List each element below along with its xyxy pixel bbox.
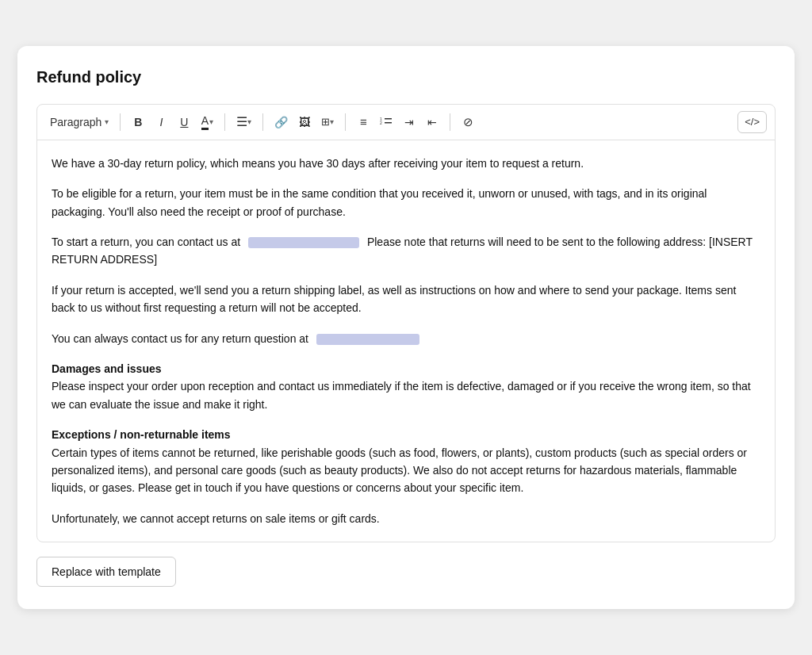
paragraph-return-policy: We have a 30-day return policy, which me…: [52, 155, 760, 172]
table-button[interactable]: ⊞ ▾: [316, 111, 339, 133]
clear-format-icon: ⊘: [463, 115, 473, 129]
clear-group: ⊘: [457, 111, 479, 133]
divider-4: [345, 113, 346, 131]
outdent-button[interactable]: ⇤: [421, 111, 443, 133]
bold-button[interactable]: B: [127, 111, 149, 133]
text-color-button[interactable]: A ▾: [196, 111, 218, 133]
ordered-list-button[interactable]: 1 2: [375, 111, 397, 133]
paragraph-contact: You can always contact us for any return…: [52, 330, 760, 347]
source-code-icon: </>: [745, 116, 760, 128]
underline-button[interactable]: U: [173, 111, 195, 133]
bullet-list-button[interactable]: ≡: [352, 111, 374, 133]
align-button[interactable]: ☰ ▾: [232, 111, 256, 133]
paragraph-contact-text: You can always contact us for any return…: [52, 332, 308, 345]
exceptions-text: Certain types of items cannot be returne…: [52, 446, 747, 495]
page-title: Refund policy: [36, 68, 776, 86]
editor-body[interactable]: We have a 30-day return policy, which me…: [37, 140, 775, 542]
paragraph-eligibility: To be eligible for a return, your item m…: [52, 185, 760, 220]
blurred-email-1: [248, 237, 359, 248]
insert-group: 🔗 🖼 ⊞ ▾: [270, 111, 339, 133]
exceptions-heading: Exceptions / non-returnable items: [52, 428, 231, 441]
damages-section: Damages and issues Please inspect your o…: [52, 360, 760, 413]
align-icon: ☰: [236, 114, 247, 129]
clear-format-button[interactable]: ⊘: [457, 111, 479, 133]
rich-text-editor: Paragraph ▾ B I U A ▾ ☰ ▾: [36, 104, 776, 542]
divider-2: [224, 113, 225, 131]
editor-toolbar: Paragraph ▾ B I U A ▾ ☰ ▾: [37, 105, 775, 140]
paragraph-group: Paragraph ▾: [45, 111, 113, 133]
blurred-email-2: [316, 334, 419, 345]
divider-5: [450, 113, 450, 131]
paragraph-start-return-text-start: To start a return, you can contact us at: [52, 236, 240, 248]
color-label: A: [201, 114, 209, 130]
outdent-icon: ⇤: [427, 116, 437, 128]
ordered-list-icon: 1 2: [380, 117, 393, 128]
replace-with-template-button[interactable]: Replace with template: [36, 557, 176, 587]
svg-rect-3: [385, 122, 392, 124]
exceptions-section: Exceptions / non-returnable items Certai…: [52, 426, 760, 497]
paragraph-start-return: To start a return, you can contact us at…: [52, 233, 760, 269]
chevron-down-icon: ▾: [105, 117, 109, 126]
paragraph-sale-items: Unfortunately, we cannot accept returns …: [52, 510, 760, 527]
source-code-button[interactable]: </>: [737, 111, 767, 133]
damages-heading: Damages and issues: [52, 362, 162, 375]
align-group: ☰ ▾: [232, 111, 256, 133]
link-button[interactable]: 🔗: [270, 111, 293, 133]
indent-button[interactable]: ⇥: [398, 111, 420, 133]
divider-1: [120, 113, 121, 131]
indent-icon: ⇥: [404, 116, 414, 128]
svg-text:2: 2: [380, 121, 382, 125]
text-format-group: B I U A ▾: [127, 111, 218, 133]
align-dropdown-arrow: ▾: [247, 117, 251, 126]
paragraph-style-label: Paragraph: [50, 116, 102, 128]
color-dropdown-arrow: ▾: [209, 117, 213, 126]
paragraph-accepted-return: If your return is accepted, we'll send y…: [52, 282, 760, 317]
svg-rect-2: [385, 118, 392, 120]
list-group: ≡ 1 2 ⇥ ⇤: [352, 111, 443, 133]
damages-text: Please inspect your order upon reception…: [52, 380, 751, 410]
refund-policy-card: Refund policy Paragraph ▾ B I U A ▾: [17, 46, 795, 609]
divider-3: [262, 113, 263, 131]
image-icon: 🖼: [299, 116, 310, 128]
link-icon: 🔗: [274, 116, 288, 128]
image-button[interactable]: 🖼: [293, 111, 316, 133]
paragraph-style-dropdown[interactable]: Paragraph ▾: [45, 111, 113, 133]
italic-button[interactable]: I: [150, 111, 172, 133]
bullet-list-icon: ≡: [360, 115, 367, 128]
table-dropdown-arrow: ▾: [330, 117, 334, 126]
table-icon: ⊞: [321, 116, 330, 128]
